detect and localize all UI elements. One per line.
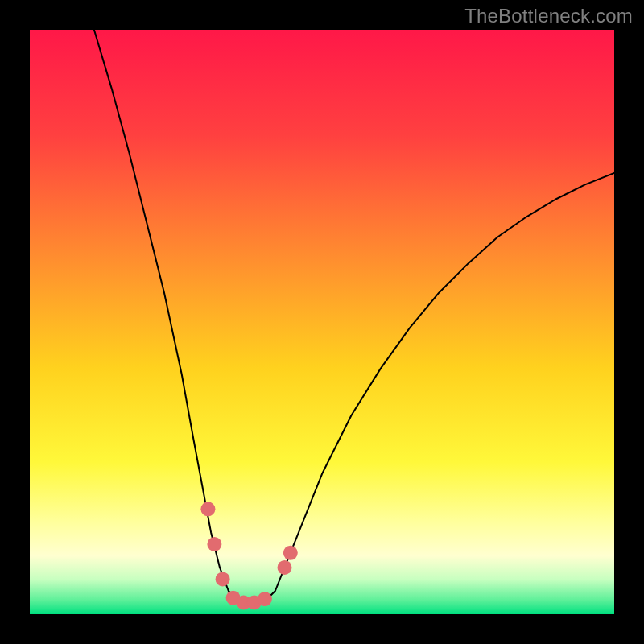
- plot-background: [30, 30, 614, 614]
- highlight-marker: [283, 546, 298, 560]
- highlight-marker: [200, 502, 215, 516]
- highlight-marker: [216, 572, 230, 586]
- highlight-marker: [207, 537, 221, 551]
- chart-container: TheBottleneck.com: [0, 0, 644, 644]
- bottleneck-chart: [0, 0, 644, 644]
- highlight-marker: [258, 592, 272, 606]
- highlight-marker: [278, 560, 292, 575]
